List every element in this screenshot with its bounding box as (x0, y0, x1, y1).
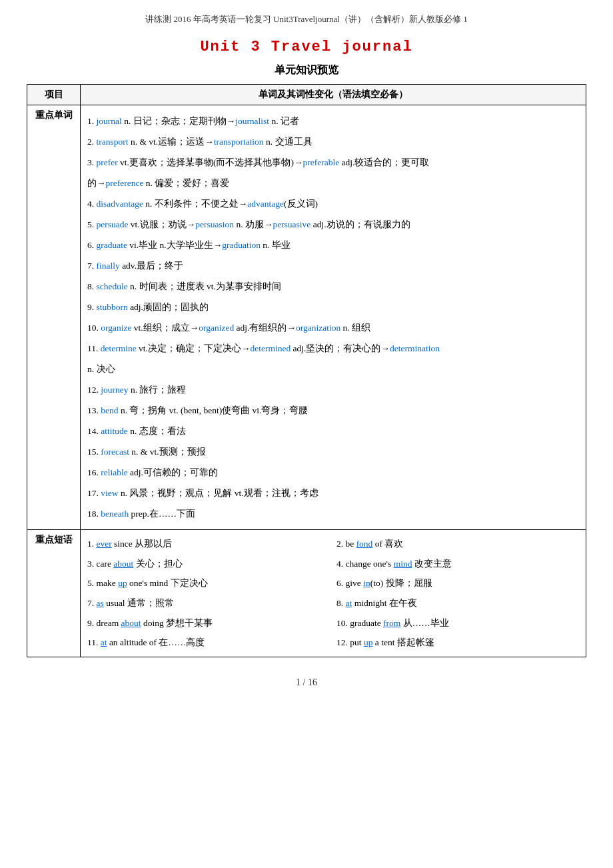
word-item-15: 15. forecast n. & vt.预测；预报 (87, 443, 579, 461)
word-item-18: 18. beneath prep.在……下面 (87, 505, 579, 523)
phrases-content: 1. ever since 从那以后 2. be fond of 喜欢 3. c… (81, 530, 586, 657)
word-item-9: 9. stubborn adj.顽固的；固执的 (87, 298, 579, 316)
phrase-item-2: 2. be fond of 喜欢 (336, 534, 579, 554)
word-item-11b: n. 决心 (87, 360, 579, 378)
phrase-item-1: 1. ever since 从那以后 (87, 534, 330, 554)
category-words: 重点单词 (27, 105, 81, 530)
main-title: Unit 3 Travel journal (27, 39, 586, 55)
phrase-item-9: 9. dream about doing 梦想干某事 (87, 613, 330, 633)
table-row-phrases: 重点短语 1. ever since 从那以后 2. be fond of 喜欢… (27, 530, 586, 657)
word-item-7: 7. finally adv.最后；终于 (87, 257, 579, 275)
phrase-item-3: 3. care about 关心；担心 (87, 554, 330, 574)
word-item-17: 17. view n. 风景；视野；观点；见解 vt.观看；注视；考虑 (87, 484, 579, 502)
vocabulary-table: 项目 单词及其词性变化（语法填空必备） 重点单词 1. journal n. 日… (27, 84, 586, 657)
table-header-col1: 项目 (27, 85, 81, 105)
phrase-item-11: 11. at an altitude of 在……高度 (87, 633, 330, 653)
word-item-6: 6. graduate vi.毕业 n.大学毕业生→graduation n. … (87, 236, 579, 254)
word-item-4: 4. disadvantage n. 不利条件；不便之处→advantage(反… (87, 195, 579, 213)
table-header-col2: 单词及其词性变化（语法填空必备） (81, 85, 586, 105)
phrases-grid: 1. ever since 从那以后 2. be fond of 喜欢 3. c… (87, 534, 579, 653)
word-item-3: 3. prefer vt.更喜欢；选择某事物(而不选择其他事物)→prefera… (87, 153, 579, 171)
word-item-1: 1. journal n. 日记；杂志；定期刊物→journalist n. 记… (87, 112, 579, 130)
word-item-8: 8. schedule n. 时间表；进度表 vt.为某事安排时间 (87, 277, 579, 295)
page-footer: 1 / 16 (27, 677, 586, 688)
phrase-item-4: 4. change one's mind 改变主意 (336, 554, 579, 574)
word-item-2: 2. transport n. & vt.运输；运送→transportatio… (87, 133, 579, 151)
word-item-11: 11. determine vt.决定；确定；下定决心→determined a… (87, 339, 579, 357)
section-title: 单元知识预览 (27, 63, 586, 77)
phrase-item-8: 8. at midnight 在午夜 (336, 593, 579, 613)
word-item-5: 5. persuade vt.说服；劝说→persuasion n. 劝服→pe… (87, 215, 579, 233)
word-item-3b: 的→preference n. 偏爱；爱好；喜爱 (87, 174, 579, 192)
phrase-item-7: 7. as usual 通常；照常 (87, 593, 330, 613)
phrase-item-6: 6. give in(to) 投降；屈服 (336, 573, 579, 593)
phrase-item-10: 10. graduate from 从……毕业 (336, 613, 579, 633)
words-content: 1. journal n. 日记；杂志；定期刊物→journalist n. 记… (81, 105, 586, 530)
page-header: 讲练测 2016 年高考英语一轮复习 Unit3Traveljournal（讲）… (27, 13, 586, 25)
phrase-item-12: 12. put up a tent 搭起帐篷 (336, 633, 579, 653)
phrase-item-5: 5. make up one's mind 下定决心 (87, 573, 330, 593)
word-item-14: 14. attitude n. 态度；看法 (87, 422, 579, 440)
word-item-12: 12. journey n. 旅行；旅程 (87, 381, 579, 399)
table-row-words: 重点单词 1. journal n. 日记；杂志；定期刊物→journalist… (27, 105, 586, 530)
category-phrases: 重点短语 (27, 530, 81, 657)
word-item-10: 10. organize vt.组织；成立→organized adj.有组织的… (87, 319, 579, 337)
word-item-13: 13. bend n. 弯；拐角 vt. (bent, bent)使弯曲 vi.… (87, 401, 579, 419)
word-item-16: 16. reliable adj.可信赖的；可靠的 (87, 463, 579, 481)
